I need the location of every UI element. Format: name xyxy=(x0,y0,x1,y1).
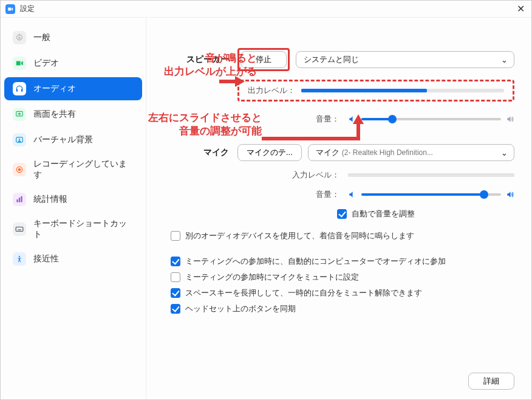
mic-device-detail: (2- Realtek High Definition... xyxy=(342,148,433,157)
option-label: ヘッドセット上のボタンを同期 xyxy=(185,303,296,314)
sidebar-item-label: キーボードショートカット xyxy=(33,218,134,240)
option-label: 別のオーディオデバイスを使用して、着信音を同時に鳴らします xyxy=(185,230,414,241)
chevron-down-icon: ⌄ xyxy=(501,55,508,64)
sidebar-item-label: 接近性 xyxy=(33,253,59,264)
output-level-highlight: 出力レベル： xyxy=(237,80,514,102)
mic-volume-slider[interactable] xyxy=(361,193,501,196)
virtual-bg-icon xyxy=(13,133,26,147)
sidebar-item-accessibility[interactable]: 接近性 xyxy=(4,247,142,271)
app-icon xyxy=(5,4,15,14)
option-checkbox-4[interactable] xyxy=(171,304,180,314)
content: スピーカー 停止 システムと同じ ⌄ 出力レベル： xyxy=(146,18,531,399)
auto-adjust-label: 自動で音量を調整 xyxy=(352,209,415,219)
output-level-label: 出力レベル： xyxy=(248,85,295,96)
mic-device-value: マイク xyxy=(316,147,339,158)
sidebar-item-label: レコーディングしています xyxy=(33,159,134,181)
mic-volume-label: 音量： xyxy=(146,189,348,200)
advanced-button[interactable]: 詳細 xyxy=(468,373,514,390)
option-row: ミーティングへの参加時に、自動的にコンピューターでオーディオに参加 xyxy=(171,256,514,267)
svg-point-0 xyxy=(18,36,21,39)
sidebar-item-label: 統計情報 xyxy=(33,194,67,205)
sidebar-item-shortcuts[interactable]: キーボードショートカット xyxy=(4,213,142,245)
mic-test-button[interactable]: マイクのテ... xyxy=(237,144,302,161)
svg-rect-11 xyxy=(16,227,23,232)
output-level-fill xyxy=(301,89,427,92)
footer: 詳細 xyxy=(468,373,514,390)
gear-icon xyxy=(13,31,26,44)
svg-rect-2 xyxy=(21,89,22,92)
sidebar: 一般 ビデオ オーディオ 画面を共有 バーチャル背景 レコーディングしています xyxy=(1,18,146,399)
slider-thumb[interactable] xyxy=(388,115,397,123)
share-screen-icon xyxy=(13,108,26,121)
speaker-device-value: システムと同じ xyxy=(304,54,359,65)
option-row: ミーティングの参加時にマイクをミュートに設定 xyxy=(171,272,514,283)
speaker-row: スピーカー 停止 システムと同じ ⌄ xyxy=(146,48,514,71)
sidebar-item-vbg[interactable]: バーチャル背景 xyxy=(4,128,142,151)
option-row: 別のオーディオデバイスを使用して、着信音を同時に鳴らします xyxy=(171,230,514,241)
sidebar-item-label: バーチャル背景 xyxy=(33,134,93,145)
video-icon xyxy=(13,57,26,70)
volume-high-icon xyxy=(506,115,514,123)
svg-rect-10 xyxy=(21,196,22,202)
svg-rect-9 xyxy=(19,198,20,202)
option-row: ヘッドセット上のボタンを同期 xyxy=(171,303,514,314)
output-level-meter xyxy=(301,89,504,92)
speaker-volume-label: 音量： xyxy=(146,114,348,125)
recording-icon xyxy=(13,163,26,176)
keyboard-icon xyxy=(13,222,26,236)
mic-section-label: マイク xyxy=(146,147,237,158)
sidebar-item-general[interactable]: 一般 xyxy=(4,26,142,49)
speaker-volume-row: 音量： xyxy=(146,114,514,125)
speaker-stop-button[interactable]: 停止 xyxy=(240,51,287,68)
input-level-label: 入力レベル： xyxy=(146,170,348,181)
output-level-row: 出力レベル： xyxy=(146,80,514,102)
volume-low-icon xyxy=(348,190,356,199)
svg-point-7 xyxy=(18,168,21,171)
option-label: スペースキーを長押しして、一時的に自分をミュート解除できます xyxy=(185,288,422,298)
window-title: 設定 xyxy=(20,4,514,14)
sidebar-item-label: オーディオ xyxy=(33,83,76,94)
svg-point-12 xyxy=(19,256,20,257)
volume-high-icon xyxy=(506,190,514,199)
sidebar-item-stats[interactable]: 統計情報 xyxy=(4,188,142,211)
headphones-icon xyxy=(13,82,26,95)
option-checkbox-3[interactable] xyxy=(171,288,180,298)
speaker-section-label: スピーカー xyxy=(146,54,237,65)
sidebar-item-label: 一般 xyxy=(33,32,50,43)
mic-device-select[interactable]: マイク (2- Realtek High Definition... ⌄ xyxy=(308,144,514,161)
svg-rect-1 xyxy=(16,89,18,92)
auto-adjust-row: 自動で音量を調整 xyxy=(237,209,514,219)
auto-adjust-checkbox[interactable] xyxy=(337,209,347,219)
input-level-meter xyxy=(348,173,514,177)
svg-rect-8 xyxy=(16,199,18,202)
svg-point-5 xyxy=(19,139,20,140)
sidebar-item-video[interactable]: ビデオ xyxy=(4,52,142,75)
close-button[interactable]: ✕ xyxy=(514,3,527,15)
sidebar-item-label: 画面を共有 xyxy=(33,109,76,120)
settings-window: 設定 ✕ 一般 ビデオ オーディオ 画面を共有 バーチャル背景 xyxy=(0,0,532,400)
sidebar-item-share[interactable]: 画面を共有 xyxy=(4,103,142,126)
stats-icon xyxy=(13,193,26,206)
option-label: ミーティングへの参加時に、自動的にコンピューターでオーディオに参加 xyxy=(185,256,446,267)
sidebar-item-recording[interactable]: レコーディングしています xyxy=(4,154,142,185)
speaker-volume-slider[interactable] xyxy=(361,118,501,120)
option-checkbox-1[interactable] xyxy=(171,257,180,266)
accessibility-icon xyxy=(13,252,26,266)
option-checkbox-2[interactable] xyxy=(171,272,180,282)
speaker-device-select[interactable]: システムと同じ ⌄ xyxy=(296,51,514,68)
option-checkbox-0[interactable] xyxy=(171,231,180,241)
sidebar-item-label: ビデオ xyxy=(33,58,59,69)
option-row: スペースキーを長押しして、一時的に自分をミュート解除できます xyxy=(171,288,514,298)
body: 一般 ビデオ オーディオ 画面を共有 バーチャル背景 レコーディングしています xyxy=(1,18,531,399)
titlebar: 設定 ✕ xyxy=(1,1,531,18)
chevron-down-icon: ⌄ xyxy=(501,148,508,157)
option-label: ミーティングの参加時にマイクをミュートに設定 xyxy=(185,272,359,283)
stop-button-highlight: 停止 xyxy=(237,48,290,71)
mic-volume-row: 音量： xyxy=(146,189,514,200)
volume-low-icon xyxy=(348,115,356,123)
mic-row: マイク マイクのテ... マイク (2- Realtek High Defini… xyxy=(146,144,514,161)
slider-thumb[interactable] xyxy=(480,190,488,199)
input-level-row: 入力レベル： xyxy=(146,170,514,181)
sidebar-item-audio[interactable]: オーディオ xyxy=(4,77,142,100)
